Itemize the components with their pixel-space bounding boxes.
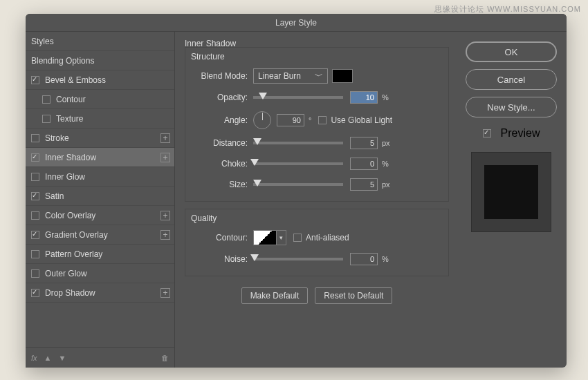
- effect-checkbox[interactable]: [31, 76, 39, 84]
- effect-list: StylesBlending OptionsBevel & EmbossCont…: [26, 32, 174, 347]
- quality-fieldset: Quality Contour: ▾ Anti-aliased Noise: %: [185, 209, 449, 276]
- chevron-down-icon: ﹀: [315, 70, 323, 82]
- noise-unit: %: [382, 255, 389, 263]
- add-instance-icon[interactable]: +: [160, 230, 170, 240]
- sidebar-item-label: Outer Glow: [45, 269, 87, 278]
- blend-mode-select[interactable]: Linear Burn ﹀: [253, 68, 328, 84]
- sidebar-item-inner-glow[interactable]: Inner Glow: [26, 167, 174, 187]
- structure-label: Structure: [191, 52, 440, 61]
- sidebar-item-label: Inner Glow: [45, 172, 85, 182]
- angle-unit: °: [309, 116, 311, 124]
- effect-checkbox[interactable]: [31, 173, 39, 181]
- effect-checkbox[interactable]: [31, 231, 39, 239]
- sidebar-item-label: Texture: [56, 114, 83, 124]
- sidebar-item-satin[interactable]: Satin: [26, 187, 174, 206]
- use-global-light-checkbox[interactable]: [318, 116, 327, 124]
- sidebar-item-texture[interactable]: Texture: [26, 109, 174, 129]
- anti-aliased-checkbox[interactable]: [293, 234, 302, 242]
- add-instance-icon[interactable]: +: [160, 153, 170, 162]
- distance-slider[interactable]: [253, 142, 343, 144]
- sidebar-item-drop-shadow[interactable]: Drop Shadow+: [26, 283, 174, 303]
- choke-label: Choke:: [194, 159, 253, 169]
- add-instance-icon[interactable]: +: [160, 133, 170, 143]
- sidebar-item-label: Stroke: [45, 133, 69, 143]
- effect-checkbox[interactable]: [42, 115, 50, 123]
- sidebar-item-label: Drop Shadow: [45, 288, 95, 298]
- sidebar-item-styles[interactable]: Styles: [26, 32, 174, 51]
- watermark-text: 思缘设计论坛 WWW.MISSYUAN.COM: [434, 4, 581, 15]
- contour-swatch[interactable]: [253, 230, 277, 245]
- dialog-title: Layer Style: [26, 14, 567, 32]
- effect-checkbox[interactable]: [31, 211, 39, 220]
- sidebar-item-label: Contour: [56, 95, 86, 104]
- trash-icon[interactable]: 🗑: [161, 354, 169, 362]
- add-instance-icon[interactable]: +: [160, 211, 170, 220]
- opacity-label: Opacity:: [194, 93, 253, 102]
- contour-dropdown-icon[interactable]: ▾: [277, 230, 286, 245]
- ok-button[interactable]: OK: [466, 41, 557, 62]
- move-up-icon[interactable]: ▲: [44, 354, 52, 362]
- effect-checkbox[interactable]: [31, 269, 39, 278]
- distance-label: Distance:: [194, 138, 253, 148]
- sidebar-item-inner-shadow[interactable]: Inner Shadow+: [26, 148, 174, 167]
- new-style-button[interactable]: New Style...: [466, 97, 557, 117]
- quality-label: Quality: [191, 213, 440, 223]
- fx-menu[interactable]: fx: [31, 354, 37, 362]
- use-global-light-label: Use Global Light: [331, 115, 392, 125]
- sidebar-item-label: Inner Shadow: [45, 153, 96, 162]
- move-down-icon[interactable]: ▼: [58, 354, 66, 362]
- opacity-input[interactable]: [350, 91, 378, 104]
- size-slider[interactable]: [253, 183, 343, 186]
- choke-slider[interactable]: [253, 162, 343, 165]
- sidebar-item-label: Bevel & Emboss: [45, 75, 106, 85]
- effect-checkbox[interactable]: [31, 134, 39, 142]
- size-label: Size:: [194, 180, 253, 189]
- effect-checkbox[interactable]: [31, 153, 39, 162]
- distance-input[interactable]: [350, 137, 378, 149]
- angle-dial[interactable]: [253, 111, 271, 129]
- noise-slider[interactable]: [253, 258, 343, 260]
- cancel-button[interactable]: Cancel: [466, 69, 557, 90]
- sidebar-item-label: Gradient Overlay: [45, 230, 108, 240]
- sidebar-item-contour[interactable]: Contour: [26, 90, 174, 109]
- sidebar-item-stroke[interactable]: Stroke+: [26, 129, 174, 148]
- sidebar-item-label: Color Overlay: [45, 211, 95, 220]
- blend-mode-value: Linear Burn: [258, 71, 301, 81]
- right-panel: OK Cancel New Style... Preview: [459, 32, 567, 368]
- layer-style-dialog: Layer Style StylesBlending OptionsBevel …: [26, 14, 567, 368]
- reset-default-button[interactable]: Reset to Default: [315, 287, 392, 304]
- blend-mode-label: Blend Mode:: [194, 71, 253, 81]
- preview-checkbox[interactable]: [483, 129, 491, 137]
- preview-inner: [484, 165, 538, 219]
- distance-unit: px: [382, 139, 390, 147]
- preview-thumbnail: [471, 152, 551, 232]
- effect-checkbox[interactable]: [31, 250, 39, 258]
- angle-label: Angle:: [194, 115, 253, 125]
- sidebar-item-label: Styles: [31, 37, 54, 46]
- anti-aliased-label: Anti-aliased: [306, 233, 349, 243]
- sidebar-item-gradient-overlay[interactable]: Gradient Overlay+: [26, 225, 174, 245]
- structure-fieldset: Structure Blend Mode: Linear Burn ﹀ Opac…: [185, 47, 449, 202]
- sidebar-item-pattern-overlay[interactable]: Pattern Overlay: [26, 245, 174, 264]
- make-default-button[interactable]: Make Default: [241, 287, 309, 304]
- choke-input[interactable]: [350, 158, 378, 170]
- opacity-slider[interactable]: [253, 96, 343, 99]
- effect-sidebar: StylesBlending OptionsBevel & EmbossCont…: [26, 32, 175, 368]
- effect-checkbox[interactable]: [31, 289, 39, 297]
- preview-label: Preview: [501, 127, 540, 140]
- sidebar-item-outer-glow[interactable]: Outer Glow: [26, 264, 174, 283]
- angle-input[interactable]: [277, 114, 304, 126]
- add-instance-icon[interactable]: +: [160, 288, 170, 298]
- sidebar-item-label: Satin: [45, 191, 64, 201]
- effect-checkbox[interactable]: [42, 95, 50, 104]
- sidebar-item-blending-options[interactable]: Blending Options: [26, 51, 174, 70]
- sidebar-item-color-overlay[interactable]: Color Overlay+: [26, 206, 174, 225]
- size-input[interactable]: [350, 178, 378, 191]
- shadow-color-swatch[interactable]: [332, 69, 353, 83]
- sidebar-item-label: Pattern Overlay: [45, 249, 102, 259]
- noise-input[interactable]: [350, 253, 378, 265]
- effect-checkbox[interactable]: [31, 192, 39, 200]
- sidebar-footer: fx ▲ ▼ 🗑: [26, 347, 174, 368]
- sidebar-item-bevel-emboss[interactable]: Bevel & Emboss: [26, 70, 174, 90]
- sidebar-item-label: Blending Options: [31, 56, 94, 66]
